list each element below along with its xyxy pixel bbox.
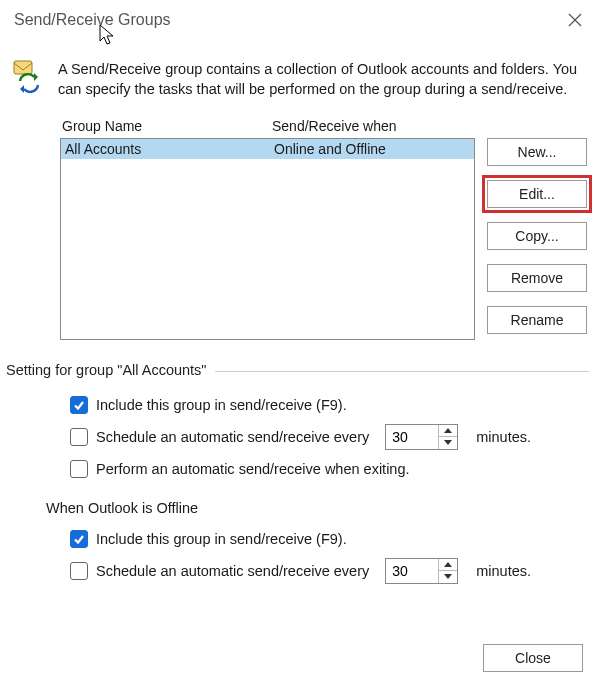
section-label: Setting for group "All Accounts"	[6, 362, 207, 378]
window-title: Send/Receive Groups	[14, 11, 171, 29]
highlight-frame: Edit...	[482, 175, 592, 213]
schedule-offline-label: Schedule an automatic send/receive every	[96, 563, 369, 579]
svg-marker-7	[444, 562, 452, 567]
section-heading: Setting for group "All Accounts"	[6, 362, 589, 378]
include-offline-label: Include this group in send/receive (F9).	[96, 531, 347, 547]
svg-marker-6	[444, 440, 452, 445]
send-receive-icon	[12, 59, 44, 91]
svg-marker-8	[444, 574, 452, 579]
intro-section: A Send/Receive group contains a collecti…	[0, 41, 595, 118]
schedule-offline-spinner[interactable]	[385, 558, 458, 584]
intro-text: A Send/Receive group contains a collecti…	[58, 59, 587, 100]
svg-marker-4	[20, 85, 24, 93]
svg-rect-2	[14, 61, 32, 74]
schedule-online-label: Schedule an automatic send/receive every	[96, 429, 369, 445]
spinner-up-icon[interactable]	[439, 559, 457, 572]
schedule-online-spinner[interactable]	[385, 424, 458, 450]
spinner-up-icon[interactable]	[439, 425, 457, 438]
include-online-label: Include this group in send/receive (F9).	[96, 397, 347, 413]
close-button[interactable]: Close	[483, 644, 583, 672]
spinner-down-icon[interactable]	[439, 437, 457, 449]
minutes-label: minutes.	[476, 563, 531, 579]
svg-marker-5	[444, 428, 452, 433]
titlebar: Send/Receive Groups	[0, 0, 595, 41]
include-offline-checkbox[interactable]	[70, 530, 88, 548]
include-online-checkbox[interactable]	[70, 396, 88, 414]
list-item[interactable]: All Accounts Online and Offline	[61, 139, 474, 159]
list-headers: Group Name Send/Receive when	[60, 118, 475, 138]
cell-name: All Accounts	[61, 139, 274, 159]
schedule-offline-input[interactable]	[386, 559, 438, 583]
cell-when: Online and Offline	[274, 139, 386, 159]
schedule-offline-checkbox[interactable]	[70, 562, 88, 580]
schedule-online-input[interactable]	[386, 425, 438, 449]
col-header-when: Send/Receive when	[272, 118, 397, 134]
rename-button[interactable]: Rename	[487, 306, 587, 334]
minutes-label: minutes.	[476, 429, 531, 445]
offline-heading: When Outlook is Offline	[46, 500, 595, 516]
remove-button[interactable]: Remove	[487, 264, 587, 292]
new-button[interactable]: New...	[487, 138, 587, 166]
group-list[interactable]: All Accounts Online and Offline	[60, 138, 475, 340]
close-icon[interactable]	[555, 0, 595, 40]
perform-exit-label: Perform an automatic send/receive when e…	[96, 461, 410, 477]
separator-line	[215, 371, 589, 372]
svg-marker-3	[34, 73, 38, 81]
edit-button[interactable]: Edit...	[487, 180, 587, 208]
copy-button[interactable]: Copy...	[487, 222, 587, 250]
spinner-down-icon[interactable]	[439, 571, 457, 583]
schedule-online-checkbox[interactable]	[70, 428, 88, 446]
col-header-name: Group Name	[60, 118, 272, 134]
perform-exit-checkbox[interactable]	[70, 460, 88, 478]
